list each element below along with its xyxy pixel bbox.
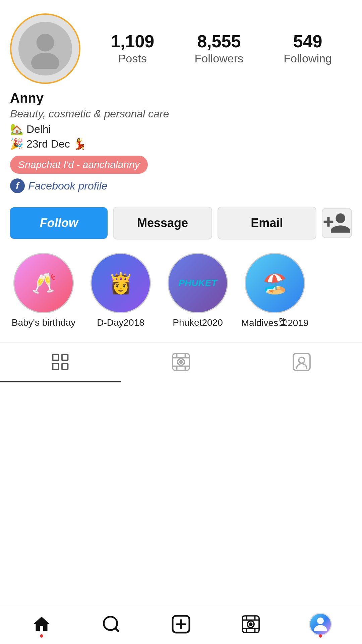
nav-add[interactable] [164, 611, 198, 638]
highlight-circle-maldives: 🏖️ [245, 253, 305, 313]
follow-button[interactable]: Follow [10, 207, 108, 239]
nav-home[interactable] [25, 611, 58, 638]
tab-reels[interactable] [121, 342, 241, 382]
content-area [0, 382, 362, 617]
posts-stat[interactable]: 1,109 Posts [111, 33, 154, 65]
highlight-label-phuket: Phuket2020 [173, 317, 223, 328]
profile-header: 1,109 Posts 8,555 Followers 549 Followin… [0, 0, 362, 91]
highlights-row: 🥂 Baby's birthday 👸 D-Day2018 PHUKET Phu… [0, 246, 362, 332]
svg-point-31 [317, 618, 324, 624]
profile-nav-dot [319, 634, 322, 638]
highlight-baby-birthday[interactable]: 🥂 Baby's birthday [10, 253, 77, 328]
highlight-label-birthday: Baby's birthday [12, 317, 76, 328]
highlight-label-maldives: Maldives🏝2019 [241, 317, 309, 328]
svg-point-17 [104, 616, 117, 630]
facebook-icon: f [10, 178, 25, 193]
birthday-line: 🎉 23rd Dec 💃 [10, 138, 352, 150]
avatar-ring [10, 13, 80, 84]
stats-row: 1,109 Posts 8,555 Followers 549 Followin… [90, 33, 352, 65]
tab-grid[interactable] [0, 342, 121, 382]
nav-profile-avatar [309, 613, 332, 636]
following-label: Following [284, 52, 332, 65]
svg-point-8 [180, 361, 182, 363]
dday-image: 👸 [92, 254, 150, 312]
facebook-link-text: Facebook profile [28, 180, 108, 192]
snapchat-badge: Snapchat I'd - aanchalanny [10, 156, 148, 174]
email-button[interactable]: Email [218, 207, 316, 239]
avatar-wrap [10, 13, 80, 84]
phuket-text: PHUKET [178, 278, 217, 288]
bio-section: Anny Beauty, cosmetic & personal care 🏡 … [0, 91, 362, 200]
bio-category: Beauty, cosmetic & personal care [10, 108, 352, 120]
facebook-link[interactable]: f Facebook profile [10, 178, 352, 193]
svg-rect-5 [62, 364, 68, 370]
highlight-phuket[interactable]: PHUKET Phuket2020 [164, 253, 231, 328]
highlight-label-dday: D-Day2018 [97, 317, 144, 328]
followers-stat[interactable]: 8,555 Followers [195, 33, 243, 65]
content-tabs [0, 342, 362, 382]
svg-rect-4 [53, 364, 59, 370]
highlight-circle-birthday: 🥂 [13, 253, 74, 313]
nav-reels[interactable] [234, 611, 267, 638]
highlight-circle-dday: 👸 [90, 253, 151, 313]
svg-rect-3 [62, 355, 68, 361]
posts-label: Posts [118, 52, 147, 65]
action-buttons: Follow Message Email [0, 200, 362, 246]
add-person-button[interactable] [322, 208, 352, 238]
svg-point-0 [37, 34, 54, 52]
svg-point-16 [299, 357, 305, 363]
maldives-image: 🏖️ [246, 254, 304, 312]
highlight-circle-phuket: PHUKET [168, 253, 228, 313]
followers-label: Followers [195, 52, 243, 65]
following-count: 549 [293, 33, 322, 50]
highlight-maldives[interactable]: 🏖️ Maldives🏝2019 [241, 253, 308, 328]
home-nav-dot [40, 634, 43, 638]
nav-search[interactable] [95, 611, 128, 638]
posts-count: 1,109 [111, 33, 154, 50]
nav-profile[interactable] [304, 611, 337, 638]
tab-tagged[interactable] [241, 342, 362, 382]
svg-rect-15 [293, 354, 310, 370]
svg-point-1 [31, 53, 59, 69]
location-line: 🏡 Delhi [10, 123, 352, 136]
highlight-dday[interactable]: 👸 D-Day2018 [87, 253, 154, 328]
following-stat[interactable]: 549 Following [284, 33, 332, 65]
username: Anny [10, 91, 352, 106]
phuket-image: PHUKET [169, 254, 227, 312]
svg-point-24 [249, 623, 252, 626]
svg-line-18 [115, 628, 119, 632]
birthday-image: 🥂 [14, 254, 73, 312]
followers-count: 8,555 [197, 33, 241, 50]
svg-rect-2 [53, 355, 59, 361]
avatar [18, 22, 72, 75]
message-button[interactable]: Message [113, 207, 212, 239]
bottom-nav [0, 604, 362, 644]
